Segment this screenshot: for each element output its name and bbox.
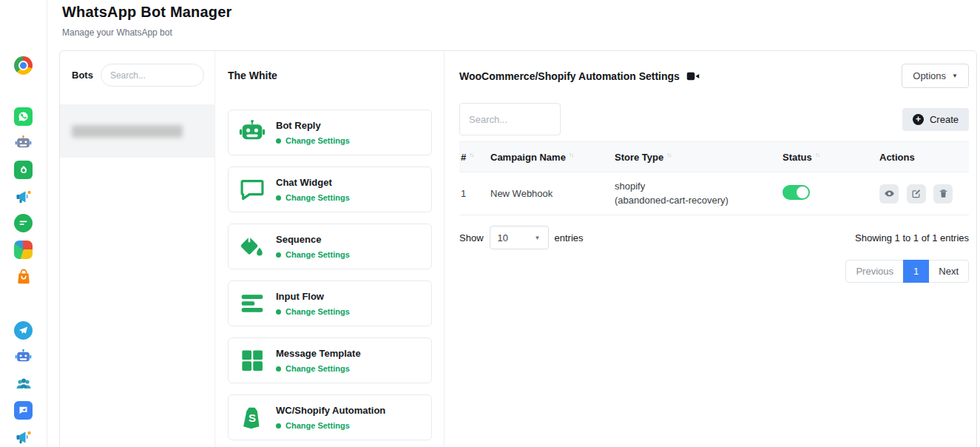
change-settings-link[interactable]: Change Settings xyxy=(285,250,350,259)
app-rail xyxy=(0,0,47,447)
svg-text:S: S xyxy=(249,411,256,424)
whatsapp-bot-icon[interactable] xyxy=(14,134,33,152)
selected-bot-name: The White xyxy=(228,70,432,81)
chevron-down-icon: ▼ xyxy=(952,73,958,79)
whatsapp-broadcast-icon[interactable] xyxy=(14,187,33,206)
sort-icon[interactable]: ↑↓ xyxy=(666,152,671,158)
change-settings-link[interactable]: Change Settings xyxy=(285,421,350,430)
col-header-store-type[interactable]: Store Type xyxy=(615,152,663,163)
col-header-num[interactable]: # xyxy=(461,152,466,163)
robot-icon xyxy=(238,118,266,147)
feature-title: Input Flow xyxy=(276,291,350,302)
video-camera-icon[interactable] xyxy=(686,71,700,81)
view-button[interactable] xyxy=(879,184,899,204)
feature-title: Sequence xyxy=(276,234,350,245)
pagination-previous[interactable]: Previous xyxy=(845,260,904,283)
status-dot xyxy=(276,252,281,258)
pagination: Previous 1 Next xyxy=(459,260,969,283)
whatsapp-flows-icon[interactable] xyxy=(14,241,33,259)
entries-summary: Showing 1 to 1 of 1 entries xyxy=(855,232,969,243)
table-row: 1 New Webhook shopify (abandoned-cart-re… xyxy=(459,172,969,215)
row-campaign-name: New Webhook xyxy=(490,188,615,199)
page-subtitle: Manage your WhatsApp bot xyxy=(62,27,232,38)
options-button[interactable]: Options ▼ xyxy=(902,64,969,88)
feature-card-chat-widget[interactable]: Chat Widget Change Settings xyxy=(228,167,432,212)
bars-icon xyxy=(238,289,266,317)
toggle-knob xyxy=(797,186,808,198)
feature-card-input-flow[interactable]: Input Flow Change Settings xyxy=(228,280,432,326)
table-header: #↑↓ Campaign Name↑↓ Store Type↑↓ Status↑… xyxy=(459,141,969,172)
status-dot xyxy=(276,309,281,315)
show-label: Show xyxy=(459,232,484,243)
status-toggle[interactable] xyxy=(783,185,810,200)
whatsapp-icon[interactable] xyxy=(14,107,33,126)
col-header-actions: Actions xyxy=(879,152,915,163)
telegram-icon[interactable] xyxy=(14,321,33,340)
status-dot xyxy=(276,138,281,144)
telegram-chat-icon[interactable] xyxy=(14,401,33,420)
shopify-bag-icon: S xyxy=(238,403,266,431)
automation-panel: WooCommerce/Shopify Automation Settings … xyxy=(445,51,976,447)
feature-title: Chat Widget xyxy=(276,177,350,188)
telegram-bot-icon[interactable] xyxy=(14,348,33,366)
edit-button[interactable] xyxy=(907,184,926,204)
chevron-down-icon: ▼ xyxy=(535,235,541,241)
edit-icon xyxy=(910,188,922,199)
row-index: 1 xyxy=(459,188,490,199)
sort-icon[interactable]: ↑↓ xyxy=(469,152,473,158)
change-settings-link[interactable]: Change Settings xyxy=(285,136,350,145)
bots-panel: Bots xyxy=(60,51,215,447)
bots-search-input[interactable] xyxy=(101,64,204,87)
table-search-input[interactable] xyxy=(459,103,561,135)
bot-name-blurred xyxy=(72,125,183,138)
chrome-icon[interactable] xyxy=(14,56,33,75)
feature-card-wc-shopify-automation[interactable]: S WC/Shopify Automation Change Settings xyxy=(228,394,432,440)
sort-icon[interactable]: ↑↓ xyxy=(815,152,820,158)
entries-label: entries xyxy=(555,232,584,243)
page-size-select[interactable]: 10 ▼ xyxy=(490,226,549,249)
page-title: WhatsApp Bot Manager xyxy=(62,4,232,21)
change-settings-link[interactable]: Change Settings xyxy=(285,364,350,373)
whatsapp-chat-icon[interactable] xyxy=(14,214,33,232)
whatsapp-shop-icon[interactable] xyxy=(14,267,33,286)
grid-icon xyxy=(238,346,266,374)
status-dot xyxy=(276,195,281,201)
feature-card-sequence[interactable]: Sequence Change Settings xyxy=(228,223,432,269)
eye-icon xyxy=(884,188,895,199)
chat-bubble-icon xyxy=(238,175,266,204)
trash-icon xyxy=(938,188,949,199)
bots-panel-title: Bots xyxy=(72,70,93,81)
main-card: Bots The White Bot Reply Change Settings xyxy=(59,50,977,447)
change-settings-link[interactable]: Change Settings xyxy=(285,307,350,316)
paint-drop-icon xyxy=(238,232,266,261)
plus-icon: + xyxy=(913,114,924,125)
create-button[interactable]: + Create xyxy=(902,108,969,131)
pagination-next[interactable]: Next xyxy=(928,260,969,283)
sort-icon[interactable]: ↑↓ xyxy=(569,152,573,158)
automation-title: WooCommerce/Shopify Automation Settings xyxy=(459,70,680,82)
col-header-campaign[interactable]: Campaign Name xyxy=(490,152,566,163)
bot-list-item-selected[interactable] xyxy=(60,104,214,158)
feature-card-bot-reply[interactable]: Bot Reply Change Settings xyxy=(228,110,432,155)
whatsapp-marketing-icon[interactable] xyxy=(14,161,33,179)
status-dot xyxy=(276,423,281,428)
feature-card-message-template[interactable]: Message Template Change Settings xyxy=(228,337,432,383)
delete-button[interactable] xyxy=(933,184,953,204)
feature-title: Bot Reply xyxy=(276,120,350,131)
status-dot xyxy=(276,366,281,372)
bot-features-panel: The White Bot Reply Change Settings Chat… xyxy=(215,51,445,447)
col-header-status[interactable]: Status xyxy=(783,152,812,163)
pagination-page-1[interactable]: 1 xyxy=(903,260,929,283)
row-store-type: shopify (abandoned-cart-recovery) xyxy=(615,180,783,208)
page-header: WhatsApp Bot Manager Manage your WhatsAp… xyxy=(62,4,232,38)
telegram-group-icon[interactable] xyxy=(14,374,33,393)
telegram-broadcast-icon[interactable] xyxy=(14,428,33,446)
feature-title: WC/Shopify Automation xyxy=(276,405,385,416)
change-settings-link[interactable]: Change Settings xyxy=(285,193,350,202)
feature-title: Message Template xyxy=(276,348,361,359)
